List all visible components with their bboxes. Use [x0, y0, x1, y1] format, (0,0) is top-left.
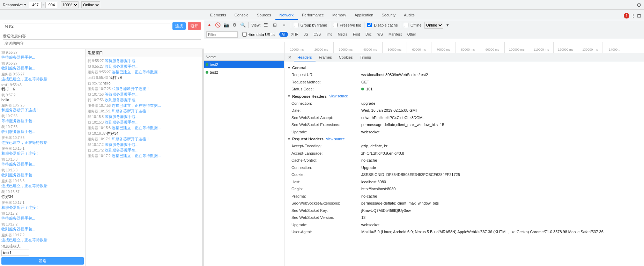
filter-chip-font[interactable]: Font	[350, 32, 362, 37]
filter-sep	[240, 32, 240, 37]
request-header-key: Cookie:	[291, 172, 361, 178]
view-group: View: ☰ ⊞ ≡	[250, 21, 289, 29]
rotate-icon[interactable]: ⊙	[637, 1, 641, 8]
request-headers-label: Request Headers	[292, 137, 324, 141]
record-button[interactable]: ●	[206, 21, 213, 29]
disable-cache-checkbox[interactable]	[367, 23, 372, 27]
hide-data-urls-group: Hide data URLs	[242, 32, 275, 37]
filter-chip-css[interactable]: CSS	[311, 32, 324, 37]
request-url-row: Request URL: ws://localhost:8080/imWebSo…	[287, 71, 641, 79]
zoom-select[interactable]: 100%	[61, 1, 79, 8]
tab-console[interactable]: Console	[230, 11, 253, 20]
tab-network[interactable]: Network	[275, 11, 298, 20]
tab-security[interactable]: Security	[377, 11, 400, 20]
request-header-val: jKmwUQ7MtDb456lQIUy3ew==	[361, 208, 637, 214]
height-input[interactable]	[45, 2, 58, 8]
request-header-key: Accept-Encoding:	[291, 143, 361, 149]
filter-chip-js[interactable]: JS	[302, 32, 311, 37]
alert-badge: 1	[624, 13, 629, 19]
request-header-row: Accept-Language:zh-CN,zh;q=0.9,en;q=0.8	[287, 150, 641, 157]
chat-message-item: 服务器 10:15:1和服务器断开了连接！	[1, 146, 84, 156]
throttle-settings-icon[interactable]: ▾	[444, 21, 452, 29]
request-header-key: Cache-Control:	[291, 157, 361, 163]
detail-tab-headers[interactable]: Headers	[294, 54, 316, 61]
width-input[interactable]	[29, 2, 42, 8]
large-rows-icon[interactable]: ≡	[280, 21, 288, 29]
network-row[interactable]: test2	[204, 68, 284, 76]
request-headers-section-header[interactable]: ▼ Request Headers view source	[287, 135, 641, 142]
ws-indicator	[206, 63, 208, 66]
network-select[interactable]: Online	[81, 1, 100, 8]
detail-tab-cookies[interactable]: Cookies	[335, 54, 356, 61]
general-section-header[interactable]: ▼ General	[287, 64, 641, 71]
filter-chip-doc[interactable]: Doc	[363, 32, 374, 37]
camera-button[interactable]: 📷	[222, 21, 230, 29]
detail-tab-frames[interactable]: Frames	[316, 54, 335, 61]
filter-chip-manifest[interactable]: Manifest	[386, 32, 404, 37]
filter-chip-xhr[interactable]: XHR	[289, 32, 301, 37]
stop-record-button[interactable]: 🚫	[214, 21, 222, 29]
throttle-select[interactable]: Online	[424, 22, 443, 29]
responsive-selector[interactable]: Responsive ▾	[3, 2, 26, 7]
timeline-ticks: 10000 ms20000 ms30000 ms40000 ms50000 ms…	[284, 42, 627, 53]
more-tools-icon[interactable]: ⋮	[631, 13, 636, 19]
message-item: 服务器 10:17:2 连接已建立，正在等待数据...	[88, 154, 200, 158]
filter-chip-media[interactable]: Media	[335, 32, 350, 37]
detail-close-button[interactable]: ✕	[286, 55, 294, 60]
preserve-log-label: Preserve log	[340, 23, 361, 27]
browser-bar: Responsive ▾ × 100% Online ⊙	[0, 0, 644, 10]
request-header-val: JSESSIONID=DF854DB505EE3452FCBCF6284FF21…	[361, 172, 637, 178]
request-method-key: Request Method:	[291, 79, 361, 85]
tab-elements[interactable]: Elements	[206, 11, 230, 20]
connect-button[interactable]: 连接	[172, 22, 186, 30]
offline-checkbox[interactable]	[404, 23, 408, 27]
timeline-tick: 50000 ms	[382, 42, 407, 53]
network-row[interactable]: test2	[204, 61, 284, 68]
response-header-val: udwnrhEtaHeeHPCxCideCLz3DGM=	[361, 115, 637, 121]
timeline-tick: 14000...	[602, 42, 627, 53]
request-header-val: no-cache	[361, 193, 637, 199]
preserve-log-checkbox[interactable]	[333, 23, 338, 27]
hide-data-urls-label: Hide data URLs	[247, 32, 275, 37]
message-item: 我 9:55:27 收到服务器握手包...	[88, 64, 200, 69]
filter-input[interactable]	[206, 31, 238, 38]
app-body: 我 9:55:27等待服务器握手包...我 9:55:27收到服务器握手包...…	[0, 49, 204, 266]
undock-icon[interactable]: ⊟	[637, 13, 641, 19]
tab-sources[interactable]: Sources	[253, 11, 275, 20]
send-input[interactable]	[3, 39, 201, 47]
disconnect-button[interactable]: 断开	[188, 22, 201, 30]
filter-chip-ws[interactable]: WS	[375, 32, 385, 37]
message-item: 服务器 9:55:27 连接已建立，正在等待数据...	[88, 70, 200, 75]
filter-chip-all[interactable]: All	[279, 32, 288, 37]
network-table: Name test2test2	[204, 53, 284, 266]
send-label: 发送消息内容	[3, 34, 201, 39]
hide-data-urls-checkbox[interactable]	[242, 32, 247, 37]
search-button[interactable]: 🔍	[239, 21, 247, 29]
detail-tab-timing[interactable]: Timing	[356, 54, 375, 61]
request-header-row: Cache-Control:no-cache	[287, 157, 641, 164]
tab-performance[interactable]: Performance	[298, 11, 328, 20]
resize-handle[interactable]	[202, 49, 204, 266]
chat-message-item: 我 10:17:2等待服务器握手包...	[1, 211, 84, 221]
request-header-row: Connection:Upgrade	[287, 164, 641, 171]
tab-memory[interactable]: Memory	[328, 11, 350, 20]
request-header-row: Cookie:JSESSIONID=DF854DB505EE3452FCBCF6…	[287, 171, 641, 178]
timeline-tick: 20000 ms	[309, 42, 333, 53]
grid-view-icon[interactable]: ⊞	[271, 21, 279, 29]
receiver-input[interactable]	[1, 250, 29, 256]
list-view-icon[interactable]: ☰	[262, 21, 270, 29]
response-headers-section-header[interactable]: ▼ Response Headers view source	[287, 93, 641, 100]
request-header-row: Host:localhost:8080	[287, 178, 641, 186]
send-button[interactable]: 发送	[1, 257, 84, 265]
tab-audits[interactable]: Audits	[400, 11, 419, 20]
group-by-frame-checkbox[interactable]	[294, 23, 298, 27]
message-item: 服务器 10:15:1 和服务器断开了连接！	[88, 109, 200, 114]
filter-chip-other[interactable]: Other	[405, 32, 419, 37]
request-headers-view-source[interactable]: view source	[326, 137, 345, 141]
response-header-val: websocket	[361, 129, 637, 135]
response-headers-view-source[interactable]: view source	[330, 94, 348, 98]
network-rows: test2test2	[204, 61, 284, 76]
tab-application[interactable]: Application	[350, 11, 378, 20]
filter-chip-img[interactable]: Img	[324, 32, 335, 37]
filter-button[interactable]: ⚙	[231, 21, 238, 29]
